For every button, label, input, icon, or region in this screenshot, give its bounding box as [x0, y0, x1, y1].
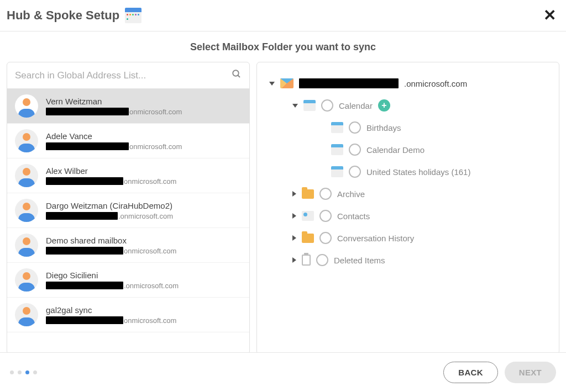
chevron-down-icon[interactable]	[292, 104, 298, 108]
avatar-icon	[15, 268, 38, 292]
avatar-icon	[15, 129, 38, 152]
user-item[interactable]: Demo shared mailbox onmicrosoft.com	[7, 228, 249, 263]
avatar-icon	[15, 164, 38, 187]
back-button[interactable]: BACK	[443, 362, 498, 383]
next-button[interactable]: NEXT	[505, 362, 556, 383]
page-subtitle: Select Mailbox Folder you want to sync	[0, 31, 566, 62]
user-info: Dargo Weitzman (CiraHubDemo2) .onmicroso…	[46, 201, 242, 220]
radio-select[interactable]	[316, 254, 328, 266]
radio-select[interactable]	[321, 99, 333, 112]
step-dot	[18, 370, 22, 374]
user-info: Alex Wilber onmicrosoft.com	[46, 166, 242, 186]
user-name: Vern Weitzman	[46, 97, 242, 106]
folder-icon	[302, 189, 314, 199]
tree-label: United States holidays (161)	[366, 167, 470, 177]
radio-select[interactable]	[319, 210, 332, 222]
user-name: Diego Sicilieni	[46, 271, 242, 280]
user-email: onmicrosoft.com	[46, 142, 242, 151]
avatar-icon	[15, 303, 38, 326]
main-area: Vern Weitzman onmicrosoft.com Adele Vanc…	[0, 62, 566, 354]
header-bar: Hub & Spoke Setup ✕	[0, 0, 566, 31]
chevron-right-icon[interactable]	[292, 191, 296, 197]
footer-actions: BACK NEXT	[443, 362, 556, 383]
user-email: onmicrosoft.com	[46, 247, 242, 255]
tree-subfolder[interactable]: Calendar Demo	[269, 139, 547, 161]
tree-folder-contacts[interactable]: Contacts	[269, 205, 547, 227]
chevron-down-icon[interactable]	[269, 82, 275, 86]
user-info: gal2gal sync onmicrosoft.com	[46, 305, 242, 325]
trash-icon	[302, 255, 311, 266]
user-item[interactable]: Dargo Weitzman (CiraHubDemo2) .onmicroso…	[7, 193, 249, 228]
user-item[interactable]: Vern Weitzman onmicrosoft.com	[7, 89, 249, 124]
search-icon[interactable]	[232, 69, 242, 82]
add-button[interactable]: +	[378, 99, 390, 112]
step-dot	[10, 370, 14, 374]
tree-label: Contacts	[337, 211, 370, 221]
tree-label: Calendar Demo	[366, 145, 424, 155]
user-email: .onmicrosoft.com	[46, 282, 242, 290]
calendar-icon	[331, 166, 343, 177]
tree-folder-deleted[interactable]: Deleted Items	[269, 249, 547, 271]
user-item[interactable]: Alex Wilber onmicrosoft.com	[7, 158, 249, 193]
user-email: onmicrosoft.com	[46, 316, 242, 325]
user-info: Demo shared mailbox onmicrosoft.com	[46, 236, 242, 255]
mailbox-icon	[280, 78, 294, 88]
user-email: .onmicrosoft.com	[46, 212, 242, 220]
user-item[interactable]: Adele Vance onmicrosoft.com	[7, 124, 249, 158]
tree-label: Birthdays	[366, 123, 401, 133]
chevron-right-icon[interactable]	[292, 235, 296, 241]
tree-subfolder[interactable]: Birthdays	[269, 116, 547, 139]
tree-label: Calendar	[339, 101, 373, 110]
radio-select[interactable]	[349, 144, 361, 156]
avatar-icon	[15, 94, 38, 118]
tree-subfolder[interactable]: United States holidays (161)	[269, 161, 547, 183]
tree-root-row[interactable]: .onmicrosoft.com	[269, 72, 547, 94]
tree-folder-calendar[interactable]: Calendar +	[269, 94, 547, 116]
step-dot-active	[25, 370, 29, 374]
chevron-right-icon[interactable]	[292, 257, 296, 263]
radio-select[interactable]	[319, 232, 332, 244]
user-info: Diego Sicilieni .onmicrosoft.com	[46, 271, 242, 290]
user-name: Demo shared mailbox	[46, 236, 242, 245]
user-panel: Vern Weitzman onmicrosoft.com Adele Vanc…	[7, 62, 250, 354]
step-dot	[33, 370, 37, 374]
user-name: Alex Wilber	[46, 166, 242, 176]
contacts-icon	[302, 211, 314, 221]
svg-point-0	[233, 70, 239, 76]
radio-select[interactable]	[349, 166, 361, 178]
tree-folder-history[interactable]: Conversation History	[269, 227, 547, 249]
user-name: Dargo Weitzman (CiraHubDemo2)	[46, 201, 242, 210]
user-info: Adele Vance onmicrosoft.com	[46, 131, 242, 151]
user-email: onmicrosoft.com	[46, 177, 242, 186]
radio-select[interactable]	[349, 121, 361, 134]
step-indicator	[10, 370, 37, 374]
avatar-icon	[15, 199, 38, 222]
calendar-icon	[331, 122, 343, 133]
folder-tree: .onmicrosoft.com Calendar + Birthdays Ca…	[269, 72, 547, 271]
tree-label: Deleted Items	[334, 256, 385, 265]
user-email: onmicrosoft.com	[46, 108, 242, 116]
user-name: Adele Vance	[46, 131, 242, 141]
search-input[interactable]	[15, 70, 232, 81]
radio-select[interactable]	[319, 188, 332, 200]
close-icon[interactable]: ✕	[543, 8, 556, 23]
calendar-icon	[125, 8, 142, 23]
user-name: gal2gal sync	[46, 305, 242, 315]
tree-root-label: .onmicrosoft.com	[404, 79, 467, 88]
tree-label: Archive	[337, 189, 365, 199]
wizard-footer: BACK NEXT	[0, 352, 566, 392]
redacted-text	[299, 78, 399, 88]
page-title: Hub & Spoke Setup	[7, 8, 119, 23]
chevron-right-icon[interactable]	[292, 213, 296, 219]
calendar-icon	[331, 144, 343, 155]
folder-tree-panel: .onmicrosoft.com Calendar + Birthdays Ca…	[256, 62, 559, 354]
user-item[interactable]: Diego Sicilieni .onmicrosoft.com	[7, 263, 249, 298]
tree-folder-archive[interactable]: Archive	[269, 183, 547, 205]
calendar-icon	[303, 100, 316, 111]
user-info: Vern Weitzman onmicrosoft.com	[46, 97, 242, 116]
avatar-icon	[15, 234, 38, 257]
user-item[interactable]: gal2gal sync onmicrosoft.com	[7, 298, 249, 332]
search-wrap	[7, 62, 249, 89]
svg-line-1	[238, 75, 240, 77]
header-left: Hub & Spoke Setup	[7, 8, 142, 23]
